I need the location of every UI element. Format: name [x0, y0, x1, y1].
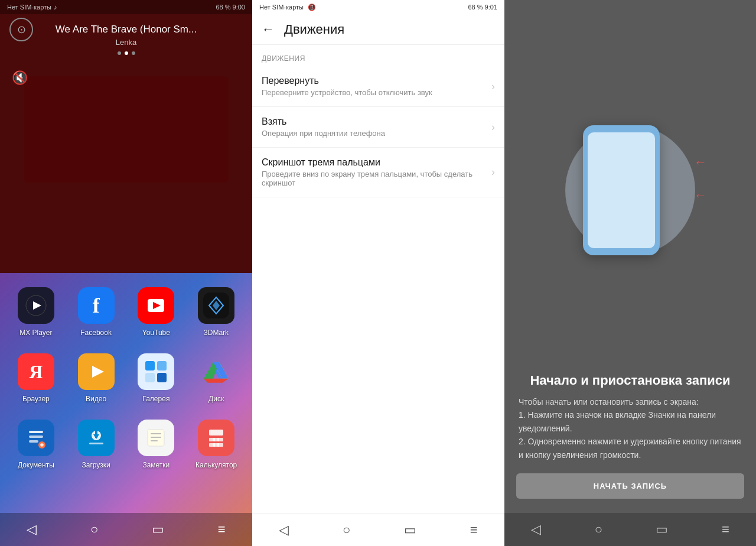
- settings-item-pickup-text: Взять Операция при поднятии телефона: [262, 116, 491, 138]
- recording-title: Начало и приостановка записи: [504, 373, 756, 395]
- settings-status-right: 68 % 9:01: [468, 4, 497, 11]
- notes-label: Заметки: [142, 461, 170, 469]
- music-note-icon: ♪: [54, 4, 57, 11]
- app-mx-player[interactable]: MX Player: [6, 279, 66, 345]
- app-drive[interactable]: Диск: [186, 345, 246, 411]
- documents-label: Документы: [18, 461, 54, 469]
- recents-nav-button[interactable]: ▭: [146, 516, 170, 543]
- settings-item-flip[interactable]: Перевернуть Переверните устройство, чтоб…: [252, 66, 504, 107]
- settings-section-label: ДВИЖЕНИЯ: [252, 45, 504, 66]
- settings-item-screenshot[interactable]: Скриншот тремя пальцами Проведите вниз п…: [252, 148, 504, 197]
- status-right: 68 % 9:00: [216, 4, 245, 11]
- settings-panel: Нет SIM-карты 📵 68 % 9:01 ← Движения ДВИ…: [252, 0, 504, 546]
- screen-recording-panel: ← ← Начало и приостановка записи Чтобы н…: [504, 0, 756, 546]
- app-notes[interactable]: Заметки: [126, 411, 187, 477]
- calculator-icon: [198, 420, 234, 456]
- settings-status-bar: Нет SIM-карты 📵 68 % 9:01: [252, 0, 504, 15]
- mute-icon: 🔇: [12, 70, 28, 86]
- svg-rect-31: [209, 430, 223, 436]
- mx-player-label: MX Player: [19, 329, 52, 337]
- app-gallery[interactable]: Галерея: [126, 345, 187, 411]
- album-art: [24, 76, 229, 183]
- app-downloads[interactable]: Загрузки: [66, 411, 126, 477]
- mx-player-icon: [18, 287, 54, 324]
- app-video[interactable]: Видео: [66, 345, 126, 411]
- youtube-icon: [138, 287, 174, 324]
- track-dots: [118, 51, 135, 55]
- gallery-icon: [138, 353, 174, 390]
- phone-illustration: [583, 125, 660, 255]
- back-nav-button[interactable]: ◁: [21, 516, 43, 543]
- dot-3: [132, 51, 135, 55]
- menu-nav-button[interactable]: ≡: [212, 516, 232, 543]
- recording-menu-nav[interactable]: ≡: [716, 516, 735, 543]
- svg-rect-27: [151, 433, 161, 434]
- notes-icon: [138, 420, 174, 456]
- app-3dmark[interactable]: 3DMark: [186, 279, 246, 345]
- svg-rect-15: [29, 436, 43, 438]
- track-title: We Are The Brave (Honor Sm...: [56, 24, 197, 35]
- browser-label: Браузер: [22, 395, 50, 403]
- svg-rect-10: [157, 361, 167, 370]
- settings-home-nav[interactable]: ○: [337, 516, 356, 544]
- dot-1: [118, 51, 121, 55]
- 3dmark-icon: [198, 287, 234, 324]
- settings-item-flip-text: Перевернуть Переверните устройство, чтоб…: [262, 76, 491, 97]
- svg-rect-29: [151, 440, 158, 441]
- home-nav-button[interactable]: ○: [84, 516, 104, 543]
- 3dmark-label: 3DMark: [204, 329, 229, 337]
- gallery-label: Галерея: [142, 395, 170, 403]
- app-calculator[interactable]: Калькулятор: [186, 411, 246, 477]
- settings-item-pickup-arrow: ›: [491, 121, 495, 134]
- start-recording-button[interactable]: НАЧАТЬ ЗАПИСЬ: [516, 473, 744, 499]
- drive-icon: [198, 353, 234, 390]
- phone-screen: [588, 132, 655, 248]
- app-documents[interactable]: Документы: [6, 411, 66, 477]
- settings-item-pickup-title: Взять: [262, 116, 491, 127]
- settings-item-screenshot-desc: Проведите вниз по экрану тремя пальцами,…: [262, 170, 491, 187]
- settings-recents-nav[interactable]: ▭: [398, 516, 422, 544]
- svg-rect-14: [29, 431, 43, 433]
- settings-item-screenshot-arrow: ›: [491, 166, 495, 178]
- dot-2: [125, 51, 128, 55]
- browser-icon: Я: [18, 353, 54, 390]
- svg-rect-22: [89, 443, 103, 444]
- video-label: Видео: [86, 395, 106, 403]
- music-vinyl-icon: ⊙: [9, 18, 33, 41]
- status-info: 68 % 9:00: [216, 4, 245, 11]
- downloads-label: Загрузки: [82, 461, 110, 469]
- settings-item-screenshot-text: Скриншот тремя пальцами Проведите вниз п…: [262, 157, 491, 187]
- app-facebook[interactable]: f Facebook: [66, 279, 126, 345]
- settings-item-flip-arrow: ›: [491, 80, 495, 93]
- settings-item-pickup-desc: Операция при поднятии телефона: [262, 129, 491, 138]
- music-title-row: ⊙ We Are The Brave (Honor Sm...: [9, 24, 243, 35]
- settings-back-nav[interactable]: ◁: [273, 516, 295, 544]
- recording-recents-nav[interactable]: ▭: [650, 516, 674, 543]
- settings-back-button[interactable]: ←: [262, 22, 275, 37]
- facebook-icon: f: [78, 287, 115, 324]
- documents-icon: [18, 420, 54, 456]
- app-browser[interactable]: Я Браузер: [6, 345, 66, 411]
- track-artist: Lenka: [116, 38, 136, 47]
- sim-icon: 📵: [308, 4, 316, 11]
- svg-rect-11: [145, 373, 155, 382]
- music-header: ⊙ We Are The Brave (Honor Sm... Lenka: [0, 14, 252, 64]
- app-youtube[interactable]: YouTube: [126, 279, 187, 345]
- settings-header: ← Движения: [252, 15, 504, 45]
- settings-menu-nav[interactable]: ≡: [464, 516, 484, 544]
- facebook-label: Facebook: [80, 329, 112, 337]
- drive-label: Диск: [208, 395, 224, 403]
- svg-rect-24: [95, 431, 97, 438]
- downloads-icon: [78, 420, 115, 456]
- settings-item-screenshot-title: Скриншот тремя пальцами: [262, 157, 491, 168]
- status-left: Нет SIM-карты ♪: [7, 4, 57, 11]
- settings-nav-bar: ◁ ○ ▭ ≡: [252, 513, 504, 546]
- settings-item-pickup[interactable]: Взять Операция при поднятии телефона ›: [252, 107, 504, 148]
- youtube-label: YouTube: [142, 329, 170, 337]
- recording-back-nav[interactable]: ◁: [525, 516, 547, 543]
- svg-rect-12: [157, 373, 167, 382]
- recording-description: Чтобы начать или остановить запись с экр…: [504, 395, 756, 473]
- video-icon: [78, 353, 115, 390]
- recording-home-nav[interactable]: ○: [589, 516, 608, 543]
- svg-rect-19: [41, 443, 43, 447]
